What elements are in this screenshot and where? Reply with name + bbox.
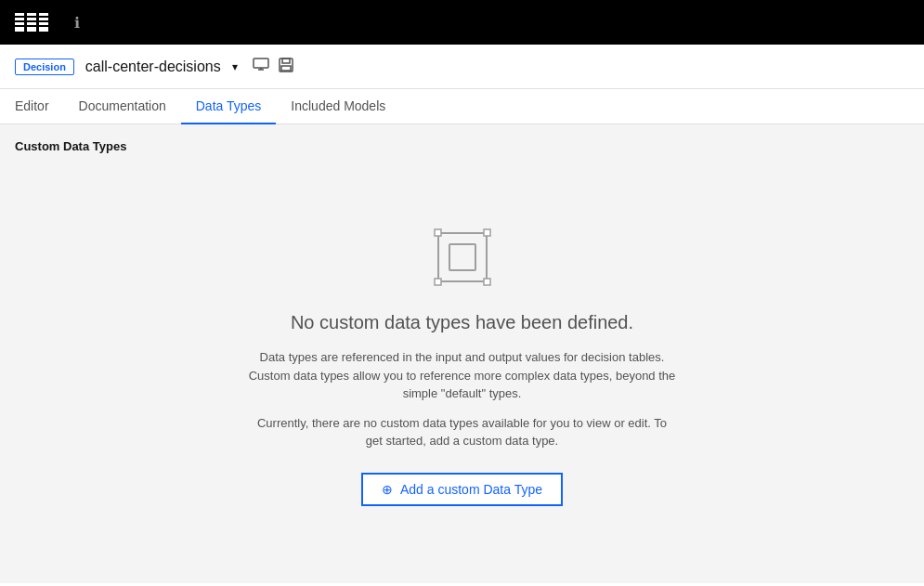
save-icon[interactable] — [279, 58, 293, 76]
subheader: Decision call-center-decisions ▾ — [0, 45, 924, 89]
empty-description-1: Data types are referenced in the input a… — [249, 348, 676, 403]
svg-rect-4 — [15, 30, 24, 32]
monitor-svg — [253, 58, 269, 71]
section-title: Custom Data Types — [15, 139, 909, 153]
tab-documentation[interactable]: Documentation — [64, 89, 181, 124]
svg-rect-6 — [27, 18, 36, 20]
project-title: call-center-decisions — [85, 59, 221, 75]
tabs-bar: Editor Documentation Data Types Included… — [0, 89, 924, 124]
info-icon[interactable]: ℹ — [74, 14, 80, 32]
svg-rect-11 — [39, 18, 48, 20]
empty-state: No custom data types have been defined. … — [15, 168, 909, 543]
svg-rect-24 — [484, 229, 490, 236]
empty-description-2: Currently, there are no custom data type… — [249, 414, 676, 450]
tab-editor[interactable]: Editor — [15, 89, 64, 124]
svg-rect-14 — [39, 30, 48, 32]
svg-rect-12 — [39, 22, 48, 25]
main-content: Custom Data Types No custom data types h… — [0, 124, 924, 583]
ibm-logo — [15, 13, 59, 32]
topbar: ℹ — [0, 0, 924, 45]
svg-rect-1 — [15, 18, 24, 20]
add-button-icon: ⊕ — [382, 482, 393, 497]
nested-squares-svg — [429, 224, 496, 291]
svg-rect-7 — [27, 22, 36, 25]
svg-rect-26 — [484, 279, 490, 285]
svg-rect-20 — [281, 66, 291, 71]
subheader-icons — [253, 58, 293, 76]
svg-rect-3 — [15, 27, 24, 30]
add-button-label: Add a custom Data Type — [400, 482, 542, 497]
svg-rect-15 — [254, 59, 268, 68]
svg-rect-22 — [449, 244, 475, 270]
project-dropdown-icon[interactable]: ▾ — [232, 60, 238, 73]
svg-rect-23 — [435, 229, 441, 236]
svg-rect-21 — [438, 233, 487, 281]
empty-title: No custom data types have been defined. — [291, 312, 633, 333]
tab-data-types[interactable]: Data Types — [181, 89, 277, 124]
svg-rect-9 — [27, 30, 36, 32]
svg-rect-10 — [39, 13, 48, 16]
decision-badge: Decision — [15, 59, 74, 75]
svg-rect-2 — [15, 22, 24, 25]
svg-rect-8 — [27, 27, 36, 30]
data-type-icon — [429, 224, 496, 293]
save-svg — [279, 58, 293, 72]
svg-rect-13 — [39, 27, 48, 30]
ibm-logo-svg — [15, 13, 59, 32]
svg-rect-5 — [27, 13, 36, 16]
svg-rect-0 — [15, 13, 24, 16]
svg-rect-25 — [435, 279, 441, 285]
svg-rect-19 — [282, 59, 290, 63]
tab-included-models[interactable]: Included Models — [276, 89, 400, 124]
add-custom-data-type-button[interactable]: ⊕ Add a custom Data Type — [361, 473, 563, 506]
monitor-icon[interactable] — [253, 58, 269, 76]
